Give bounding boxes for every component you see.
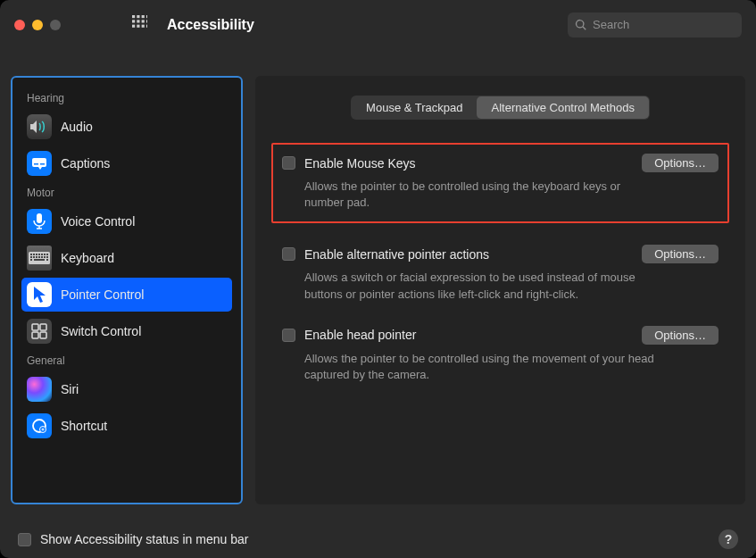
search-input[interactable]: Search <box>568 12 742 37</box>
svg-rect-16 <box>33 254 35 255</box>
sidebar-item-label: Audio <box>61 120 93 134</box>
svg-rect-13 <box>37 213 42 223</box>
svg-rect-21 <box>46 254 48 255</box>
voice-control-icon <box>27 209 52 234</box>
sidebar-item-label: Shortcut <box>61 419 107 433</box>
svg-rect-5 <box>137 20 139 22</box>
switch-control-icon <box>27 319 52 344</box>
sidebar-item-label: Keyboard <box>61 251 114 265</box>
mouse-keys-checkbox[interactable] <box>282 156 295 170</box>
svg-rect-4 <box>132 20 135 22</box>
sidebar-item-label: Siri <box>61 382 79 396</box>
setting-row: Enable alternative pointer actions Optio… <box>282 245 719 263</box>
setting-desc: Allows a switch or facial expression to … <box>304 270 661 302</box>
svg-rect-9 <box>137 25 139 28</box>
svg-rect-17 <box>36 254 37 255</box>
section-motor: Motor <box>21 183 232 204</box>
svg-rect-33 <box>40 324 46 330</box>
setting-row: Enable Mouse Keys Options… <box>282 154 719 172</box>
sidebar-item-label: Pointer Control <box>61 287 144 302</box>
svg-rect-18 <box>38 254 40 255</box>
tab-group: Mouse & Trackpad Alternative Control Met… <box>351 96 650 120</box>
footer: Show Accessibility status in menu bar ? <box>18 529 738 549</box>
keyboard-icon <box>27 246 52 271</box>
siri-icon <box>27 377 52 402</box>
sidebar-item-keyboard[interactable]: Keyboard <box>21 241 232 275</box>
maximize-window-button[interactable] <box>50 20 61 30</box>
svg-rect-6 <box>142 20 145 22</box>
minimize-window-button[interactable] <box>32 20 43 30</box>
mouse-keys-options-button[interactable]: Options… <box>642 154 719 172</box>
main-panel: Mouse & Trackpad Alternative Control Met… <box>255 76 745 504</box>
sidebar-item-audio[interactable]: Audio <box>21 110 232 144</box>
setting-title: Enable alternative pointer actions <box>304 247 633 262</box>
content-area: Hearing Audio Captions Motor Voice Contr… <box>0 49 756 504</box>
sidebar-item-pointer-control[interactable]: Pointer Control <box>21 278 232 312</box>
tabs: Mouse & Trackpad Alternative Control Met… <box>277 96 724 120</box>
svg-rect-19 <box>41 254 43 255</box>
svg-rect-30 <box>34 259 45 261</box>
audio-icon <box>27 114 52 139</box>
pointer-control-icon <box>27 282 52 307</box>
svg-rect-20 <box>44 254 46 255</box>
help-button[interactable]: ? <box>719 529 738 549</box>
tab-mouse-trackpad[interactable]: Mouse & Trackpad <box>352 96 477 119</box>
setting-alt-pointer: Enable alternative pointer actions Optio… <box>277 243 724 304</box>
setting-title: Enable head pointer <box>304 328 633 342</box>
sidebar-item-label: Switch Control <box>61 324 141 338</box>
setting-row: Enable head pointer Options… <box>282 326 719 345</box>
svg-rect-23 <box>33 256 35 258</box>
sidebar-item-siri[interactable]: Siri <box>21 372 232 406</box>
window-title: Accessibility <box>167 17 561 33</box>
tab-alternative-control[interactable]: Alternative Control Methods <box>477 96 648 119</box>
setting-desc: Allows the pointer to be controlled usin… <box>304 351 661 383</box>
captions-icon <box>27 151 52 176</box>
setting-head-pointer: Enable head pointer Options… Allows the … <box>277 324 724 385</box>
sidebar-item-label: Voice Control <box>61 214 135 229</box>
nav-arrows <box>91 17 109 33</box>
sidebar-item-switch-control[interactable]: Switch Control <box>21 314 232 348</box>
svg-rect-26 <box>41 256 43 258</box>
section-hearing: Hearing <box>21 88 232 110</box>
sidebar: Hearing Audio Captions Motor Voice Contr… <box>11 76 243 504</box>
search-icon <box>575 19 587 31</box>
sidebar-item-captions[interactable]: Captions <box>21 146 232 180</box>
svg-rect-7 <box>146 20 147 22</box>
svg-rect-11 <box>146 25 147 28</box>
footer-label: Show Accessibility status in menu bar <box>40 532 710 546</box>
svg-rect-22 <box>30 256 32 258</box>
head-pointer-options-button[interactable]: Options… <box>642 326 719 345</box>
svg-rect-27 <box>44 256 46 258</box>
svg-rect-12 <box>32 158 46 167</box>
section-general: General <box>21 351 232 372</box>
svg-rect-3 <box>146 15 147 18</box>
setting-mouse-keys: Enable Mouse Keys Options… Allows the po… <box>271 143 729 223</box>
sidebar-item-voice-control[interactable]: Voice Control <box>21 204 232 238</box>
svg-rect-31 <box>46 259 48 261</box>
close-window-button[interactable] <box>14 20 25 30</box>
svg-rect-34 <box>32 332 38 338</box>
svg-rect-10 <box>142 25 145 28</box>
head-pointer-checkbox[interactable] <box>282 329 295 342</box>
status-menubar-checkbox[interactable] <box>18 533 31 546</box>
svg-rect-1 <box>137 15 139 18</box>
prefs-window: Accessibility Search Hearing Audio Capti… <box>0 0 756 558</box>
sidebar-item-label: Captions <box>61 156 110 171</box>
svg-rect-32 <box>32 324 38 330</box>
traffic-lights <box>14 20 61 30</box>
show-all-icon[interactable] <box>132 15 147 34</box>
svg-rect-29 <box>30 259 32 261</box>
svg-rect-0 <box>132 15 135 18</box>
search-placeholder: Search <box>593 18 629 31</box>
svg-rect-35 <box>40 332 46 338</box>
svg-rect-2 <box>142 15 145 18</box>
alt-pointer-options-button[interactable]: Options… <box>642 245 719 263</box>
svg-rect-8 <box>132 25 135 28</box>
svg-rect-15 <box>30 254 32 255</box>
setting-title: Enable Mouse Keys <box>304 156 633 171</box>
svg-rect-28 <box>46 256 48 258</box>
sidebar-item-shortcut[interactable]: Shortcut <box>21 409 232 443</box>
svg-rect-25 <box>38 256 40 258</box>
alt-pointer-checkbox[interactable] <box>282 247 295 261</box>
svg-rect-24 <box>36 256 37 258</box>
